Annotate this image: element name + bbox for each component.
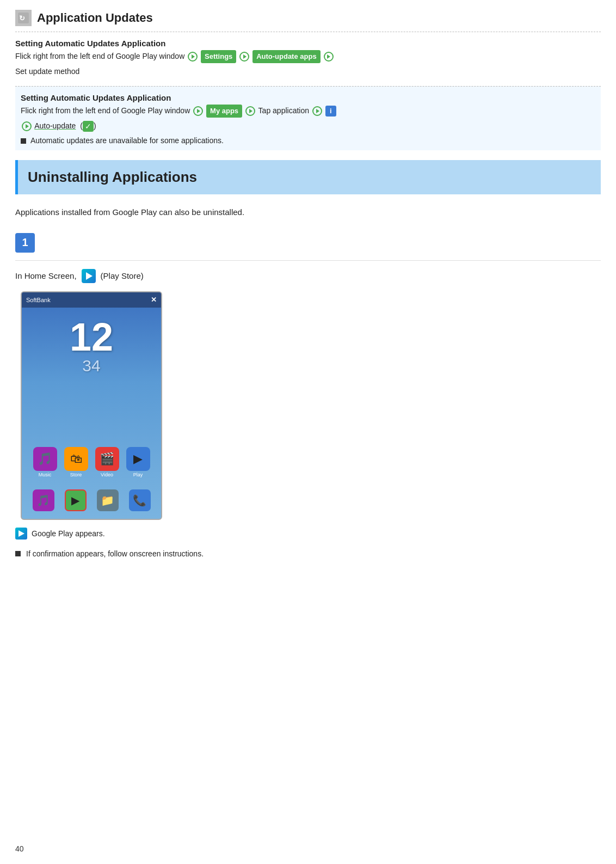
page-number: 40 — [15, 844, 24, 853]
dock-music: 🎵 — [33, 489, 54, 511]
google-play-badge-row: Google Play appears. — [15, 528, 601, 540]
info-badge: i — [325, 106, 336, 117]
play-store-icon — [81, 268, 96, 284]
auto-update-apps-badge: Auto-update apps — [252, 50, 321, 63]
phone-screenshot: SoftBank ✕ 12 34 🎵 Music 🛍 Store 🎬 Video… — [21, 291, 162, 520]
arrow7 — [22, 121, 32, 131]
arrow5 — [245, 106, 255, 116]
arrow4 — [193, 106, 203, 116]
section1-label: Setting Automatic Updates Application — [15, 39, 601, 48]
app-label-video: Video — [95, 472, 119, 477]
dock-icon-music: 🎵 — [33, 489, 54, 511]
dock-icon-phone: 📞 — [129, 489, 151, 511]
section2-step2: Auto-update (✓) — [21, 120, 595, 133]
uninstall-title: Uninstalling Applications — [28, 169, 591, 186]
phone-carrier: SoftBank — [26, 297, 51, 303]
app-updates-header: ↻ Application Updates — [15, 10, 601, 26]
app-icon-video: 🎬 — [95, 447, 119, 471]
app-updates-icon: ↻ — [15, 10, 32, 26]
app-icon-store: 🛍 — [64, 447, 88, 471]
app-play-row: ▶ Play — [126, 447, 150, 477]
app-label-music: Music — [33, 472, 57, 477]
uninstall-header: Uninstalling Applications — [15, 160, 601, 194]
bullet-square-1 — [21, 138, 26, 144]
uninstall-desc: Applications installed from Google Play … — [15, 202, 601, 228]
phone-apps-row: 🎵 Music 🛍 Store 🎬 Video ▶ Play — [22, 442, 161, 481]
google-play-appears-text: Google Play appears. — [32, 529, 105, 538]
svg-text:↻: ↻ — [19, 14, 25, 22]
final-bullet-text: If confirmation appears, follow onscreen… — [26, 549, 204, 558]
bullet-sq-2 — [15, 551, 21, 556]
setting-section-2: Setting Automatic Updates Application Fl… — [15, 86, 601, 150]
app-icon-music: 🎵 — [33, 447, 57, 471]
my-apps-badge: My apps — [206, 105, 242, 118]
dock-file: 📁 — [97, 489, 119, 511]
step-number-block: 1 — [15, 228, 601, 261]
phone-clock: 12 34 — [22, 317, 161, 375]
app-music: 🎵 Music — [33, 447, 57, 477]
dock-icon-file: 📁 — [97, 489, 119, 511]
app-icon-play-row: ▶ — [126, 447, 150, 471]
app-updates-title: Application Updates — [37, 11, 153, 25]
dock-play: ▶ — [65, 489, 87, 511]
app-store: 🛍 Store — [64, 447, 88, 477]
app-label-play-row: Play — [126, 472, 150, 477]
arrow2 — [239, 52, 249, 62]
section2-label: Setting Automatic Updates Application — [21, 93, 595, 102]
gplay-icon-small — [15, 528, 27, 540]
app-label-store: Store — [64, 472, 88, 477]
app-video: 🎬 Video — [95, 447, 119, 477]
phone-close: ✕ — [151, 296, 157, 304]
phone-top-bar: SoftBank ✕ — [22, 292, 161, 308]
bullet-item-1: Automatic updates are unavailable for so… — [21, 136, 595, 145]
arrow6 — [312, 106, 322, 116]
arrow1 — [188, 52, 198, 62]
checkmark-badge: ✓ — [83, 121, 94, 132]
bullet-item-2: If confirmation appears, follow onscreen… — [15, 549, 601, 558]
section1-step: Flick right from the left end of Google … — [15, 50, 601, 63]
dock-phone: 📞 — [129, 489, 151, 511]
settings-badge: Settings — [201, 50, 236, 63]
phone-hour: 12 — [22, 317, 161, 357]
set-update-method: Set update method — [15, 65, 601, 78]
home-screen-line: In Home Screen, (Play Store) — [15, 268, 601, 284]
section2-step: Flick right from the left end of Google … — [21, 105, 595, 118]
phone-minute: 34 — [22, 357, 161, 375]
step-number-badge: 1 — [15, 233, 35, 253]
arrow3 — [324, 52, 334, 62]
setting-section-1: Setting Automatic Updates Application Fl… — [15, 32, 601, 86]
phone-bottom-row: 🎵 ▶ 📁 📞 — [22, 489, 161, 511]
dock-icon-play: ▶ — [65, 489, 87, 511]
